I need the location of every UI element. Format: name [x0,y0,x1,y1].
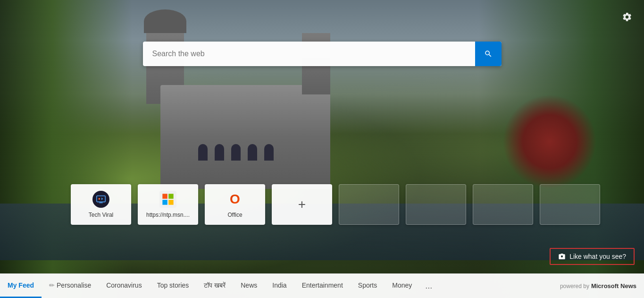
castle-window [215,144,224,161]
castle-window [264,144,274,161]
nav-item-entertainment[interactable]: Entertainment [294,274,351,298]
nav-item-india-label: India [272,281,286,289]
search-icon [484,50,493,58]
nav-more-button[interactable]: ... [419,281,438,291]
castle-window [248,144,257,161]
bottom-nav: My Feed ✏ Personalise Coronavirus Top st… [0,273,644,298]
nav-item-money-label: Money [392,281,412,289]
castle-window [198,144,208,161]
nav-item-coronavirus-label: Coronavirus [106,281,142,289]
plus-icon: + [293,196,310,213]
search-bar [143,42,502,66]
nav-item-news-label: News [241,281,257,289]
settings-button[interactable] [618,8,636,26]
castle-windows [198,144,274,161]
quicklink-msn-label: https://ntp.msn.... [146,212,190,218]
quicklink-empty-1[interactable] [339,184,399,225]
search-button[interactable] [475,42,502,66]
gear-icon [622,12,632,22]
camera-icon [558,253,566,260]
nav-item-coronavirus[interactable]: Coronavirus [99,274,149,298]
quicklink-empty-4[interactable] [540,184,600,225]
red-foliage [502,94,597,189]
castle-window [231,144,241,161]
nav-item-myfeed-label: My Feed [8,281,34,289]
quick-links: Tech Viral https://ntp.msn.... O Office [71,184,600,225]
svg-rect-2 [162,194,167,199]
nav-item-india[interactable]: India [265,274,294,298]
nav-item-money[interactable]: Money [385,274,419,298]
search-container [143,42,502,66]
nav-item-news[interactable]: News [233,274,265,298]
quicklink-msn[interactable]: https://ntp.msn.... [138,184,198,225]
nav-item-topstories[interactable]: Top stories [150,274,197,298]
techviral-icon [92,191,109,208]
nav-items: My Feed ✏ Personalise Coronavirus Top st… [0,274,552,298]
nav-item-myfeed[interactable]: My Feed [0,274,42,298]
quicklink-add[interactable]: + [272,184,332,225]
quicklink-office-label: Office [227,212,242,218]
quicklink-empty-3[interactable] [473,184,533,225]
background: Tech Viral https://ntp.msn.... O Office [0,0,644,298]
svg-rect-4 [162,200,167,205]
nav-item-personalise-label: Personalise [57,281,91,289]
nav-item-hindi-label: टॉप खबरें [204,281,226,289]
quicklink-office[interactable]: O Office [205,184,265,225]
quicklink-techviral-label: Tech Viral [89,212,113,218]
tv-icon [96,194,106,204]
nav-more-label: ... [425,281,432,290]
search-input[interactable] [143,43,475,65]
nav-item-hindi[interactable]: टॉप खबरें [196,274,233,298]
castle-body [160,85,330,189]
svg-point-1 [99,198,100,200]
nav-item-personalise[interactable]: ✏ Personalise [42,274,99,298]
microsoft-news-label: Microsoft News [591,282,636,289]
quicklink-techviral[interactable]: Tech Viral [71,184,131,225]
like-button-label: Like what you see? [569,253,626,260]
svg-rect-3 [168,194,174,199]
pencil-icon: ✏ [49,281,55,289]
svg-rect-0 [97,196,105,202]
grid-icon [161,193,175,206]
like-what-you-see-button[interactable]: Like what you see? [550,248,635,265]
powered-by-text: powered by [560,283,589,289]
nav-item-sports[interactable]: Sports [351,274,385,298]
powered-by: powered by Microsoft News [552,282,644,289]
svg-rect-5 [168,200,174,205]
msn-icon [159,191,176,208]
nav-item-entertainment-label: Entertainment [302,281,343,289]
nav-item-topstories-label: Top stories [157,281,189,289]
nav-item-sports-label: Sports [358,281,377,289]
office-icon: O [226,191,243,208]
quicklink-empty-2[interactable] [406,184,466,225]
